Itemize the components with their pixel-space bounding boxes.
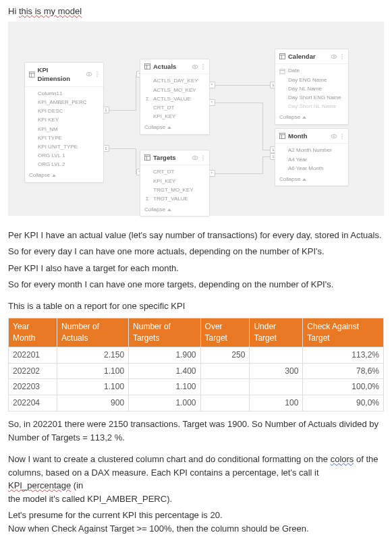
field-row[interactable]: KPI TYPE (29, 134, 99, 142)
card-title: KPI Dimension (38, 65, 80, 84)
col-year-month: Year Month (9, 318, 57, 347)
field-row[interactable]: KPI DESC (29, 107, 99, 115)
card-body: Date Day ENG Name Day NL Name Day Short … (275, 64, 348, 112)
cell-actuals: 900 (57, 395, 129, 412)
field-row[interactable]: CRT_DT (144, 103, 205, 112)
cell-ym: 202203 (9, 379, 57, 395)
field-row[interactable]: Day ENG Name (279, 76, 344, 84)
field-row[interactable]: KPI_KEY (144, 177, 205, 186)
rel-kpi-actuals-v (136, 76, 136, 111)
more-icon[interactable] (201, 154, 205, 161)
svg-rect-24 (279, 54, 285, 59)
field-row[interactable]: ΣACTLS_VALUE (144, 94, 205, 103)
svg-point-14 (202, 66, 204, 67)
col-check-against: Check Against Target (303, 318, 384, 347)
field-row[interactable]: ΣTRGT_VALUE (144, 194, 205, 203)
more-icon[interactable] (95, 71, 99, 78)
report-table: Year Month Number of Actuals Number of T… (8, 318, 384, 412)
table-card-calendar[interactable]: Calendar Date Day ENG Name Day NL Name D… (275, 49, 349, 124)
svg-point-4 (88, 74, 90, 75)
collapse-toggle[interactable]: Collapse (140, 204, 209, 216)
field-row[interactable]: Day Short NL Name (279, 102, 344, 111)
model-diagram: 1 * 1 * * 1 * 1 * 1 KPI Dimension Column… (8, 22, 384, 216)
visibility-icon[interactable] (86, 71, 92, 78)
field-row[interactable]: A2 Month Number (279, 146, 344, 154)
field-row[interactable]: ACTLS_MO_KEY (144, 86, 205, 94)
field-row[interactable]: Date (279, 66, 344, 75)
field-row[interactable]: KPI_KEY (144, 112, 205, 121)
table-card-actuals[interactable]: Actuals ACTLS_DAY_KEY ACTLS_MO_KEY ΣACTL… (140, 59, 210, 134)
more-icon[interactable] (340, 53, 344, 60)
table-icon (279, 53, 285, 59)
table-row: 202204 900 1.000 100 90,0% (9, 395, 384, 412)
field-row[interactable]: Day NL Name (279, 84, 344, 93)
collapse-toggle[interactable]: Collapse (275, 112, 348, 123)
svg-point-5 (96, 72, 98, 74)
chevron-up-icon (167, 208, 171, 211)
card-header: Targets (140, 150, 209, 165)
body-3: Let's presume for the current KPI this p… (8, 509, 384, 521)
collapse-toggle[interactable]: Collapse (25, 170, 103, 181)
cell-over (200, 395, 250, 412)
intro-hi: Hi (8, 6, 19, 16)
chevron-up-icon (302, 116, 306, 119)
table-card-kpi-dimension[interactable]: KPI Dimension Column11 KPI_AMBER_PERC KP… (24, 62, 104, 182)
svg-point-29 (341, 54, 343, 55)
visibility-icon[interactable] (192, 154, 198, 161)
cell-under: 100 (250, 395, 303, 412)
cell-under (250, 347, 303, 363)
rel-actuals-calendar (210, 85, 275, 86)
cell-ym: 202204 (9, 395, 57, 412)
collapse-toggle[interactable]: Collapse (275, 174, 348, 186)
table-card-targets[interactable]: Targets CRT_DT KPI_KEY TRGT_MO_KEY ΣTRGT… (140, 150, 210, 217)
field-row[interactable]: KPI KEY (29, 115, 99, 124)
field-row[interactable]: ORG LVL 2 (29, 160, 99, 169)
cell-check: 90,0% (303, 395, 384, 412)
para-1: Per KPI I have an actual value (let's sa… (8, 229, 384, 242)
cell-over: 250 (200, 347, 250, 363)
wavy-colors: colors (331, 454, 354, 464)
cell-ym: 202202 (9, 363, 57, 379)
svg-point-15 (202, 68, 204, 69)
intro-wavy: this is my model (19, 6, 82, 16)
svg-rect-34 (279, 134, 285, 139)
table-header-row: Year Month Number of Actuals Number of T… (9, 318, 384, 347)
field-row[interactable]: A4 Year (279, 155, 344, 164)
rel-actuals-month-h1 (210, 103, 262, 103)
cell-over (200, 379, 250, 395)
field-row[interactable]: Day Short ENG Name (279, 93, 344, 102)
more-icon[interactable] (340, 133, 344, 140)
table-card-month[interactable]: Month A2 Month Number A4 Year A6 Year Mo… (275, 128, 349, 186)
col-number-actuals: Number of Actuals (57, 318, 129, 347)
svg-point-40 (341, 136, 343, 137)
svg-point-41 (341, 138, 343, 139)
field-row[interactable]: A6 Year Month (279, 164, 344, 173)
field-row[interactable]: KPI_NM (29, 125, 99, 134)
body-2a: Now I want to create a clustered column … (8, 453, 384, 465)
field-row[interactable]: ACTLS_DAY_KEY (144, 76, 205, 85)
field-row[interactable]: KPI UNIT_TYPE (29, 142, 99, 151)
rel-targets-month-h1 (210, 173, 262, 174)
field-row[interactable]: Column11 (29, 89, 99, 98)
field-row[interactable]: TRGT_MO_KEY (144, 186, 205, 194)
card-header: Actuals (140, 59, 209, 74)
field-row[interactable]: CRT_DT (144, 167, 205, 176)
chevron-up-icon (52, 174, 56, 177)
visibility-icon[interactable] (331, 53, 337, 60)
visibility-icon[interactable] (192, 63, 198, 70)
calendar-icon (279, 68, 285, 74)
svg-point-12 (194, 66, 196, 67)
visibility-icon[interactable] (331, 133, 337, 140)
rel-actuals-month-v (262, 103, 263, 150)
cell-check: 100,0% (303, 379, 384, 395)
svg-point-21 (202, 155, 204, 157)
para-2: So for every day I can have one more act… (8, 246, 384, 258)
field-row[interactable]: KPI_AMBER_PERC (29, 98, 99, 107)
card-header: KPI Dimension (25, 63, 103, 87)
para-3: Per KPI I also have a target for each mo… (8, 262, 384, 275)
more-icon[interactable] (201, 63, 205, 70)
table-icon (279, 133, 285, 139)
field-row[interactable]: ORG LVL 1 (29, 151, 99, 160)
svg-point-28 (333, 56, 335, 57)
collapse-toggle[interactable]: Collapse (140, 122, 209, 134)
